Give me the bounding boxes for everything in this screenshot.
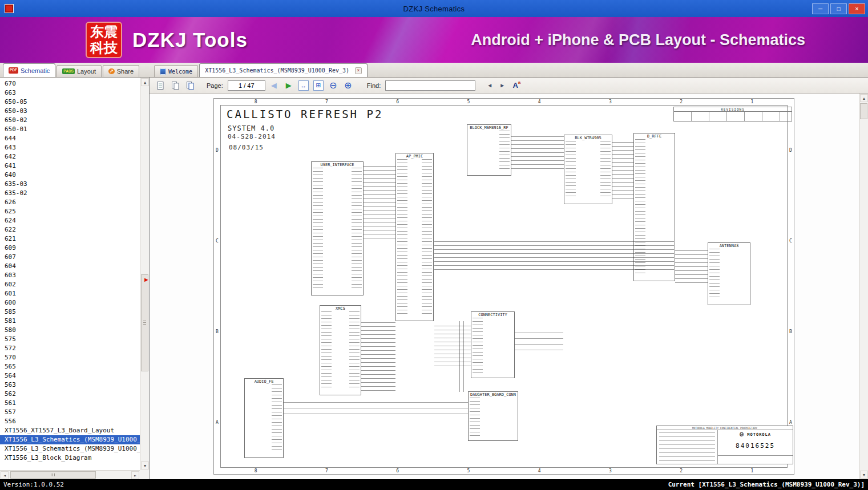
tool-tab[interactable]: PDF Schematic bbox=[3, 63, 55, 77]
sidebar-item[interactable]: 625 bbox=[0, 207, 140, 216]
revisions-columns bbox=[674, 112, 792, 121]
sidebar-item[interactable]: 607 bbox=[0, 253, 140, 262]
sidebar-item[interactable]: 557 bbox=[0, 408, 140, 417]
sidebar-item[interactable]: 600 bbox=[0, 298, 140, 307]
sidebar-item[interactable]: 624 bbox=[0, 216, 140, 225]
sidebar-item[interactable]: 635-03 bbox=[0, 180, 140, 189]
grid-label: 4 bbox=[504, 468, 575, 474]
pin-rows bbox=[349, 311, 360, 390]
sidebar-item[interactable]: 650-01 bbox=[0, 125, 140, 134]
grid-label: 1 bbox=[717, 99, 788, 105]
schematic-block-daughter-board-conn: DAUGHTER_BOARD_CONN bbox=[468, 391, 518, 441]
sidebar-item[interactable]: 563 bbox=[0, 380, 140, 390]
sidebar-vertical-scrollbar[interactable]: ▲ ▼ bbox=[140, 78, 149, 470]
document-tab[interactable]: XT1556_L3_Schematics_(MSM8939_U1000_Rev_… bbox=[199, 63, 368, 77]
tab-close-icon[interactable]: × bbox=[355, 67, 362, 74]
minimize-button[interactable]: ─ bbox=[812, 3, 829, 14]
search-prev-icon[interactable]: ◄ bbox=[485, 79, 495, 92]
schematic-block-msm8916-rf: BLOCK_MSM8916_RF bbox=[467, 124, 511, 176]
pin-rows bbox=[272, 384, 282, 453]
sidebar-item[interactable]: 601 bbox=[0, 289, 140, 298]
sidebar-item[interactable]: 604 bbox=[0, 262, 140, 271]
sidebar-item[interactable]: 640 bbox=[0, 171, 140, 180]
grid-label: B bbox=[214, 286, 220, 377]
vertical-scroll-thumb[interactable] bbox=[141, 274, 148, 371]
sidebar-item[interactable]: 643 bbox=[0, 143, 140, 152]
sidebar-item[interactable]: 564 bbox=[0, 371, 140, 380]
viewer-vertical-scrollbar[interactable]: ▲ ▼ bbox=[859, 94, 868, 479]
grid-columns-top: 87654321 bbox=[220, 99, 788, 105]
sidebar-item[interactable]: 663 bbox=[0, 88, 140, 98]
tool-tab[interactable]: PADS Layout bbox=[56, 65, 102, 77]
pdf-toolbar: Page: ◀ ▶ ↔ ⊞ ⊖ ⊕ Find: ◄ ► A a bbox=[150, 78, 868, 94]
maximize-button[interactable]: □ bbox=[830, 3, 847, 14]
sidebar-item[interactable]: 572 bbox=[0, 344, 140, 353]
sidebar-item[interactable]: 670 bbox=[0, 79, 140, 88]
tool-tab[interactable]: ↗ Share bbox=[103, 65, 139, 77]
schematic-page[interactable]: 87654321 87654321 DCBA DCBA CALLISTO REF… bbox=[213, 98, 794, 475]
sidebar-collapse-arrow-icon[interactable]: ► bbox=[143, 277, 150, 283]
schematic-viewer[interactable]: 87654321 87654321 DCBA DCBA CALLISTO REF… bbox=[150, 94, 868, 479]
sidebar-item[interactable]: 580 bbox=[0, 326, 140, 335]
sidebar-item[interactable]: 650-05 bbox=[0, 98, 140, 107]
pin-rows bbox=[397, 159, 407, 316]
sidebar-item[interactable]: 570 bbox=[0, 353, 140, 362]
prev-page-button[interactable]: ◀ bbox=[268, 79, 280, 92]
sidebar-item[interactable]: 641 bbox=[0, 161, 140, 171]
sidebar-item[interactable]: 609 bbox=[0, 244, 140, 253]
copy-page-icon[interactable] bbox=[169, 79, 181, 92]
sidebar-item[interactable]: 565 bbox=[0, 362, 140, 371]
zoom-out-button[interactable]: ⊖ bbox=[327, 79, 340, 92]
viewer-column: Page: ◀ ▶ ↔ ⊞ ⊖ ⊕ Find: ◄ ► A a bbox=[150, 78, 868, 479]
next-page-button[interactable]: ▶ bbox=[282, 79, 295, 92]
scroll-down-icon[interactable]: ▼ bbox=[860, 471, 868, 479]
horizontal-scroll-thumb[interactable] bbox=[10, 471, 96, 479]
sidebar-item[interactable]: 562 bbox=[0, 390, 140, 399]
sidebar-item[interactable]: 650-02 bbox=[0, 116, 140, 125]
find-input[interactable] bbox=[385, 80, 475, 91]
sidebar-item[interactable]: 650-03 bbox=[0, 107, 140, 116]
page-input[interactable] bbox=[228, 80, 265, 91]
sidebar-item[interactable]: 626 bbox=[0, 198, 140, 207]
close-button[interactable]: × bbox=[849, 3, 865, 14]
font-size-icon[interactable]: A a bbox=[510, 79, 521, 92]
scroll-down-icon[interactable]: ▼ bbox=[141, 461, 149, 469]
fit-page-button[interactable]: ⊞ bbox=[313, 80, 324, 91]
window-titlebar[interactable]: DZKJ Schematics ─ □ × bbox=[0, 0, 868, 17]
sidebar-item[interactable]: XT1556_L3_Block_Diagram bbox=[0, 453, 140, 463]
sidebar-item[interactable]: 575 bbox=[0, 335, 140, 344]
sidebar-item[interactable]: XT1556_XT1557_L3_Board_Layout bbox=[0, 426, 140, 435]
scroll-up-icon[interactable]: ▲ bbox=[141, 78, 149, 86]
snapshot-icon[interactable] bbox=[184, 79, 196, 92]
fit-width-button[interactable]: ↔ bbox=[298, 80, 309, 91]
sidebar-item[interactable]: 561 bbox=[0, 399, 140, 408]
scroll-right-icon[interactable]: ► bbox=[131, 471, 139, 479]
pin-rows bbox=[321, 311, 332, 390]
document-tab-label: Welcome bbox=[168, 68, 192, 75]
sidebar-item[interactable]: 581 bbox=[0, 317, 140, 326]
sidebar-item[interactable]: 642 bbox=[0, 152, 140, 161]
sidebar-item[interactable]: 635-02 bbox=[0, 189, 140, 198]
sidebar-item[interactable]: 556 bbox=[0, 417, 140, 426]
block-label: AP_PMIC bbox=[396, 154, 433, 159]
document-tab[interactable]: Welcome × bbox=[154, 65, 198, 77]
search-next-icon[interactable]: ► bbox=[497, 79, 507, 92]
block-label: USER_INTERFACE bbox=[312, 163, 363, 167]
scroll-up-icon[interactable]: ▲ bbox=[860, 94, 868, 102]
sidebar-item[interactable]: 644 bbox=[0, 134, 140, 143]
page-view-icon[interactable] bbox=[154, 79, 167, 92]
sidebar-item[interactable]: 622 bbox=[0, 225, 140, 234]
status-bar: Version:1.0.0.52 Current [XT1556_L3_Sche… bbox=[0, 479, 868, 490]
sidebar-horizontal-scrollbar[interactable]: ◄ ► bbox=[0, 470, 140, 479]
sidebar-item[interactable]: 585 bbox=[0, 307, 140, 317]
scroll-left-icon[interactable]: ◄ bbox=[1, 471, 9, 479]
sidebar-item[interactable]: 621 bbox=[0, 234, 140, 244]
sidebar-item[interactable]: 603 bbox=[0, 271, 140, 280]
sidebar-item[interactable]: XT1556_L3_Schematics_(MSM8939_U1000_Re bbox=[0, 444, 140, 453]
sidebar-item[interactable]: 602 bbox=[0, 280, 140, 289]
viewer-scroll-thumb[interactable] bbox=[860, 103, 867, 119]
grid-label: 5 bbox=[433, 468, 504, 474]
grid-label: 7 bbox=[291, 99, 362, 105]
zoom-in-button[interactable]: ⊕ bbox=[342, 79, 354, 92]
sidebar-item[interactable]: XT1556_L3_Schematics_(MSM8939_U1000_Re bbox=[0, 435, 140, 444]
